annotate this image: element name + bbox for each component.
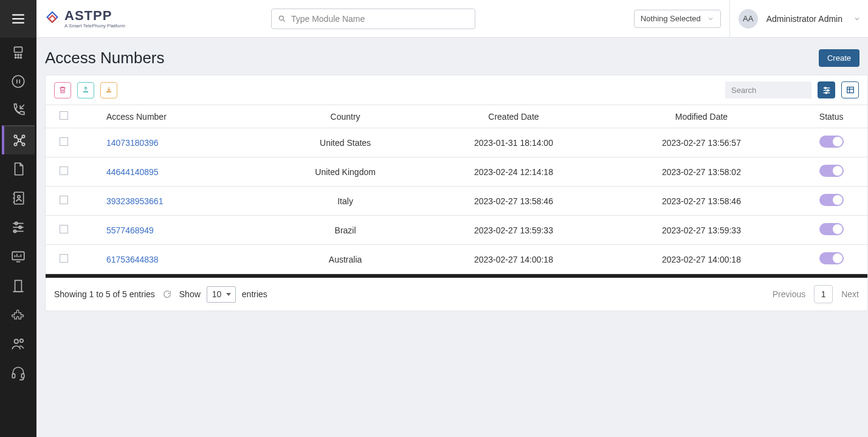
created-cell: 2023-02-27 13:59:33 [419, 216, 607, 245]
columns-button[interactable] [841, 81, 859, 98]
page-title: Access Numbers [45, 49, 165, 67]
column-header[interactable]: Access Number [82, 105, 271, 128]
country-cell: United States [271, 128, 420, 157]
global-search[interactable] [271, 9, 475, 29]
table-toolbar [46, 75, 867, 105]
search-icon [278, 15, 286, 23]
status-toggle[interactable] [819, 194, 844, 206]
created-cell: 2023-01-31 18:14:00 [419, 128, 607, 157]
data-table: Access Number Country Created Date Modif… [46, 105, 867, 274]
chevron-down-icon [707, 15, 714, 22]
status-toggle[interactable] [819, 252, 844, 264]
global-search-input[interactable] [291, 14, 469, 24]
import-button[interactable] [77, 82, 94, 98]
main-area: ASTPP A Smart TelePhony Platform Nothing… [36, 0, 868, 437]
hamburger-button[interactable] [0, 0, 36, 38]
column-header[interactable]: Created Date [419, 105, 607, 128]
phone-incoming-icon [10, 103, 26, 119]
svg-line-20 [16, 142, 18, 143]
row-checkbox[interactable] [60, 254, 68, 263]
access-number-link[interactable]: 44644140895 [106, 167, 159, 177]
sliders-icon [10, 219, 26, 235]
svg-rect-33 [12, 252, 24, 260]
export-button[interactable] [100, 82, 117, 98]
sidebar-item-inbound[interactable] [2, 96, 35, 125]
refresh-button[interactable] [161, 288, 173, 300]
access-number-link[interactable]: 393238953661 [106, 196, 163, 206]
sidebar-item-users[interactable] [2, 329, 35, 359]
svg-marker-51 [47, 12, 58, 22]
chevron-down-icon[interactable] [853, 15, 861, 22]
modified-cell: 2023-02-27 13:59:33 [607, 216, 795, 245]
svg-point-5 [18, 54, 19, 55]
nodes-icon [12, 132, 27, 148]
row-checkbox[interactable] [60, 167, 68, 175]
svg-point-6 [20, 54, 21, 55]
svg-rect-3 [15, 47, 22, 52]
trash-icon [58, 86, 67, 94]
header-select[interactable]: Nothing Selected [634, 10, 721, 28]
sidebar-item-conference[interactable] [2, 125, 35, 154]
table-row: 393238953661Italy2023-02-27 13:58:462023… [46, 187, 867, 216]
user-name-label[interactable]: Administrator Admin [766, 14, 842, 24]
phone-pad-icon [10, 44, 26, 60]
column-header[interactable]: Modified Date [607, 105, 795, 128]
svg-point-62 [824, 87, 826, 89]
sidebar-item-monitor[interactable] [2, 242, 35, 271]
create-button[interactable]: Create [819, 49, 859, 67]
sidebar-item-support[interactable] [2, 359, 35, 388]
svg-point-17 [18, 139, 21, 142]
current-page[interactable]: 1 [814, 285, 833, 303]
sidebar-item-dashboard[interactable] [2, 38, 35, 67]
addressbook-icon [10, 190, 26, 206]
table-search-input[interactable] [725, 81, 811, 98]
svg-point-48 [20, 339, 23, 342]
user-avatar[interactable]: AA [739, 9, 758, 29]
content-card: Access Number Country Created Date Modif… [45, 75, 868, 311]
access-number-link[interactable]: 5577468949 [106, 225, 154, 235]
sidebar-item-pause[interactable] [2, 67, 35, 96]
brand-logo[interactable]: ASTPP A Smart TelePhony Platform [44, 9, 125, 29]
filter-button[interactable] [818, 81, 835, 98]
sidebar-item-files[interactable] [2, 154, 35, 184]
created-cell: 2023-02-24 12:14:18 [419, 157, 607, 187]
sidebar-item-contacts[interactable] [2, 184, 35, 213]
sidebar-item-building[interactable] [2, 271, 35, 300]
svg-point-10 [12, 75, 24, 88]
entries-info: Showing 1 to 5 of 5 entries [54, 289, 155, 299]
row-checkbox[interactable] [60, 137, 68, 146]
building-icon [10, 278, 26, 294]
page-size-select[interactable]: 10 [207, 286, 236, 303]
row-checkbox[interactable] [60, 225, 68, 233]
status-toggle[interactable] [819, 223, 844, 235]
access-number-link[interactable]: 14073180396 [106, 138, 159, 148]
delete-button[interactable] [54, 82, 71, 98]
table-header-row: Access Number Country Created Date Modif… [46, 105, 867, 128]
upload-icon [81, 86, 90, 94]
modified-cell: 2023-02-27 13:56:57 [607, 128, 795, 157]
svg-point-9 [20, 57, 21, 58]
sidebar-item-settings[interactable] [2, 213, 35, 242]
svg-point-47 [15, 339, 19, 343]
svg-point-23 [18, 196, 20, 198]
select-all-checkbox[interactable] [60, 111, 68, 120]
column-header[interactable]: Country [271, 105, 420, 128]
next-page-button[interactable]: Next [841, 289, 859, 299]
column-header[interactable]: Status [795, 105, 867, 128]
svg-rect-58 [83, 91, 88, 92]
headset-icon [10, 365, 26, 381]
prev-page-button[interactable]: Previous [773, 289, 805, 299]
svg-point-13 [14, 135, 16, 137]
entries-label: entries [242, 289, 267, 299]
svg-point-14 [22, 135, 24, 137]
access-number-link[interactable]: 61753644838 [106, 255, 159, 264]
svg-point-4 [15, 54, 16, 55]
status-toggle[interactable] [819, 165, 844, 177]
svg-point-16 [22, 143, 24, 145]
modified-cell: 2023-02-27 13:58:02 [607, 157, 795, 187]
status-toggle[interactable] [819, 136, 844, 148]
row-checkbox[interactable] [60, 196, 68, 204]
filter-icon [822, 85, 832, 95]
sidebar-item-integrations[interactable] [2, 300, 35, 329]
refresh-icon [162, 289, 172, 299]
